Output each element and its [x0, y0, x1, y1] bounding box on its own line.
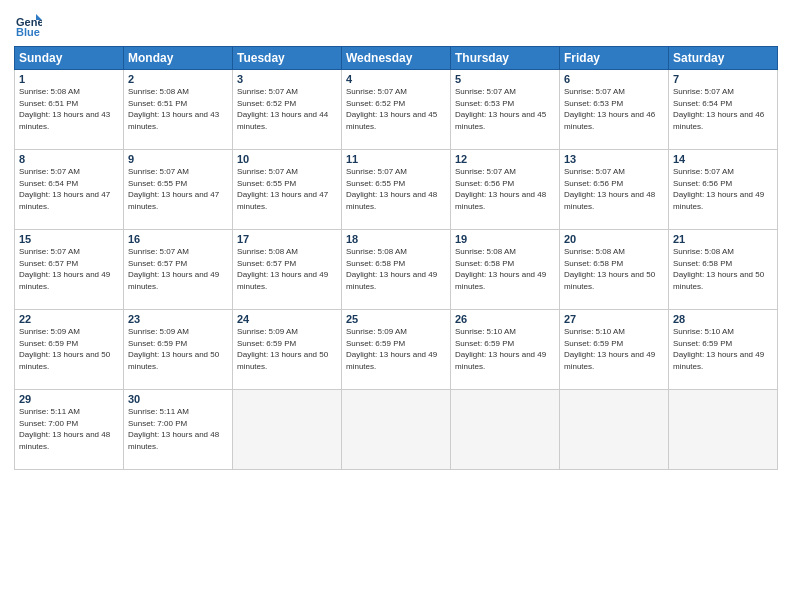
table-row: 28 Sunrise: 5:10 AM Sunset: 6:59 PM Dayl…	[669, 310, 778, 390]
table-row: 18 Sunrise: 5:08 AM Sunset: 6:58 PM Dayl…	[342, 230, 451, 310]
col-friday: Friday	[560, 47, 669, 70]
empty-cell	[233, 390, 342, 470]
logo-icon: General Blue	[14, 10, 42, 38]
calendar-table: Sunday Monday Tuesday Wednesday Thursday…	[14, 46, 778, 470]
table-row: 3 Sunrise: 5:07 AM Sunset: 6:52 PM Dayli…	[233, 70, 342, 150]
table-row: 16 Sunrise: 5:07 AM Sunset: 6:57 PM Dayl…	[124, 230, 233, 310]
table-row: 24 Sunrise: 5:09 AM Sunset: 6:59 PM Dayl…	[233, 310, 342, 390]
calendar-week-row: 22 Sunrise: 5:09 AM Sunset: 6:59 PM Dayl…	[15, 310, 778, 390]
empty-cell	[560, 390, 669, 470]
col-saturday: Saturday	[669, 47, 778, 70]
table-row: 26 Sunrise: 5:10 AM Sunset: 6:59 PM Dayl…	[451, 310, 560, 390]
table-row: 20 Sunrise: 5:08 AM Sunset: 6:58 PM Dayl…	[560, 230, 669, 310]
calendar-week-row: 15 Sunrise: 5:07 AM Sunset: 6:57 PM Dayl…	[15, 230, 778, 310]
empty-cell	[342, 390, 451, 470]
table-row: 10 Sunrise: 5:07 AM Sunset: 6:55 PM Dayl…	[233, 150, 342, 230]
table-row: 6 Sunrise: 5:07 AM Sunset: 6:53 PM Dayli…	[560, 70, 669, 150]
col-monday: Monday	[124, 47, 233, 70]
table-row: 23 Sunrise: 5:09 AM Sunset: 6:59 PM Dayl…	[124, 310, 233, 390]
table-row: 5 Sunrise: 5:07 AM Sunset: 6:53 PM Dayli…	[451, 70, 560, 150]
calendar-week-row: 29 Sunrise: 5:11 AM Sunset: 7:00 PM Dayl…	[15, 390, 778, 470]
table-row: 12 Sunrise: 5:07 AM Sunset: 6:56 PM Dayl…	[451, 150, 560, 230]
table-row: 13 Sunrise: 5:07 AM Sunset: 6:56 PM Dayl…	[560, 150, 669, 230]
table-row: 14 Sunrise: 5:07 AM Sunset: 6:56 PM Dayl…	[669, 150, 778, 230]
svg-text:Blue: Blue	[16, 26, 40, 38]
calendar-week-row: 1 Sunrise: 5:08 AM Sunset: 6:51 PM Dayli…	[15, 70, 778, 150]
table-row: 11 Sunrise: 5:07 AM Sunset: 6:55 PM Dayl…	[342, 150, 451, 230]
table-row: 15 Sunrise: 5:07 AM Sunset: 6:57 PM Dayl…	[15, 230, 124, 310]
table-row: 4 Sunrise: 5:07 AM Sunset: 6:52 PM Dayli…	[342, 70, 451, 150]
table-row: 19 Sunrise: 5:08 AM Sunset: 6:58 PM Dayl…	[451, 230, 560, 310]
table-row: 1 Sunrise: 5:08 AM Sunset: 6:51 PM Dayli…	[15, 70, 124, 150]
table-row: 7 Sunrise: 5:07 AM Sunset: 6:54 PM Dayli…	[669, 70, 778, 150]
table-row: 25 Sunrise: 5:09 AM Sunset: 6:59 PM Dayl…	[342, 310, 451, 390]
table-row: 17 Sunrise: 5:08 AM Sunset: 6:57 PM Dayl…	[233, 230, 342, 310]
col-thursday: Thursday	[451, 47, 560, 70]
table-row: 30 Sunrise: 5:11 AM Sunset: 7:00 PM Dayl…	[124, 390, 233, 470]
table-row: 2 Sunrise: 5:08 AM Sunset: 6:51 PM Dayli…	[124, 70, 233, 150]
empty-cell	[669, 390, 778, 470]
table-row: 21 Sunrise: 5:08 AM Sunset: 6:58 PM Dayl…	[669, 230, 778, 310]
col-wednesday: Wednesday	[342, 47, 451, 70]
table-row: 22 Sunrise: 5:09 AM Sunset: 6:59 PM Dayl…	[15, 310, 124, 390]
logo: General Blue	[14, 10, 44, 38]
table-row: 29 Sunrise: 5:11 AM Sunset: 7:00 PM Dayl…	[15, 390, 124, 470]
header: General Blue	[14, 10, 778, 38]
calendar-container: General Blue Sunday Monday Tuesday Wedne…	[0, 0, 792, 612]
calendar-week-row: 8 Sunrise: 5:07 AM Sunset: 6:54 PM Dayli…	[15, 150, 778, 230]
table-row: 8 Sunrise: 5:07 AM Sunset: 6:54 PM Dayli…	[15, 150, 124, 230]
empty-cell	[451, 390, 560, 470]
table-row: 27 Sunrise: 5:10 AM Sunset: 6:59 PM Dayl…	[560, 310, 669, 390]
col-tuesday: Tuesday	[233, 47, 342, 70]
col-sunday: Sunday	[15, 47, 124, 70]
table-row: 9 Sunrise: 5:07 AM Sunset: 6:55 PM Dayli…	[124, 150, 233, 230]
weekday-header-row: Sunday Monday Tuesday Wednesday Thursday…	[15, 47, 778, 70]
